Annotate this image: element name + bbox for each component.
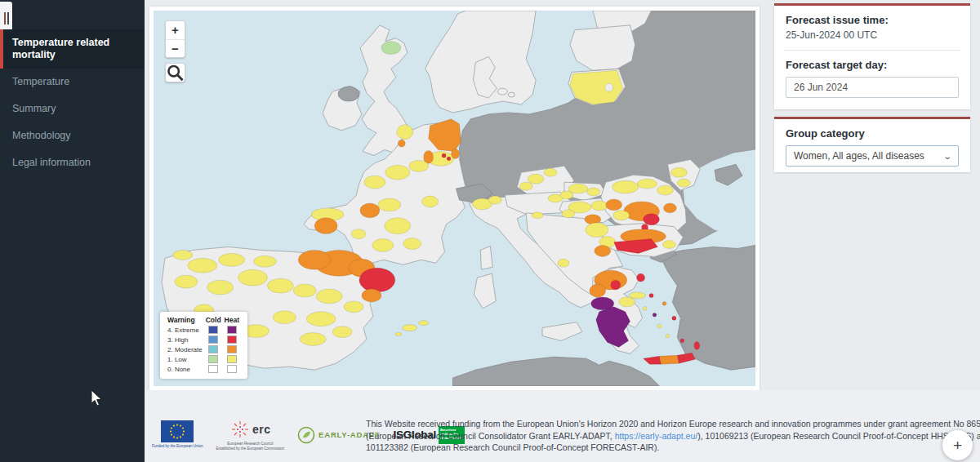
- early-adapt-link[interactable]: https://early-adapt.eu/: [615, 431, 698, 441]
- forecast-time-card: Forecast issue time: 25-Jun-2024 00 UTC …: [774, 3, 970, 109]
- group-category-label: Group category: [786, 127, 959, 140]
- group-category-select[interactable]: Women, All ages, All diseases ⌄: [786, 145, 959, 167]
- legend-header-heat: Heat: [223, 315, 241, 325]
- legend-swatch-cold-moderate: [208, 345, 218, 353]
- active-indicator-bar: [0, 29, 3, 69]
- legend-swatch-cold-low: [208, 355, 218, 363]
- legend-label: 2. Moderate: [166, 344, 204, 354]
- forecast-target-day-label: Forecast target day:: [786, 59, 959, 71]
- zoom-extent-button[interactable]: [165, 63, 185, 82]
- erc-caption: European Research Council Established by…: [216, 442, 285, 451]
- legend-swatch-cold-extreme: [208, 326, 218, 334]
- erc-logo: erc European Research Council Establishe…: [216, 419, 285, 451]
- eu-flag-logo: Funded by the European Union: [152, 420, 203, 449]
- zoom-out-button[interactable]: −: [166, 39, 185, 57]
- legend-swatch-cold-none: [208, 365, 218, 373]
- legend-swatch-heat-high: [227, 335, 237, 344]
- sidebar-item-legal-information[interactable]: Legal information: [0, 149, 145, 176]
- zoom-in-button[interactable]: +: [166, 21, 185, 39]
- sidebar: Temperature related mortality Temperatur…: [0, 0, 145, 462]
- target-day-input[interactable]: 26 Jun 2024: [786, 77, 959, 98]
- legend-header-warning: Warning: [166, 315, 204, 325]
- eu-flag-caption: Funded by the European Union: [152, 444, 203, 449]
- eu-flag-icon: [161, 420, 194, 442]
- legend-swatch-heat-none: [227, 365, 237, 373]
- legend-label: 1. Low: [166, 354, 204, 364]
- erc-wordmark: erc: [252, 423, 271, 436]
- sidebar-item-label: Temperature related mortality: [12, 37, 109, 60]
- sidebar-item-label: Summary: [12, 103, 56, 114]
- legend-header-cold: Cold: [204, 315, 223, 325]
- sidebar-item-methodology[interactable]: Methodology: [0, 122, 145, 149]
- legend-swatch-heat-low: [227, 355, 237, 363]
- sidebar-item-label: Temperature: [12, 76, 69, 87]
- sidebar-item-label: Legal information: [12, 157, 91, 168]
- map-warning-legend: Warning Cold Heat 4. Extreme 3. High 2. …: [160, 312, 247, 379]
- sidebar-item-temperature[interactable]: Temperature: [0, 69, 145, 96]
- legend-label: 0. None: [166, 364, 204, 374]
- europe-choropleth-map[interactable]: + − Warning Cold Heat 4. Extreme: [154, 11, 755, 386]
- map-card: + − Warning Cold Heat 4. Extreme: [149, 7, 760, 390]
- legend-swatch-heat-moderate: [227, 345, 237, 353]
- legend-swatch-cold-high: [208, 335, 218, 344]
- group-category-card: Group category Women, All ages, All dise…: [774, 117, 970, 172]
- divider: [784, 50, 960, 51]
- sidebar-nav: Temperature related mortality Temperatur…: [0, 0, 145, 176]
- footer: Funded by the European Union erc: [145, 390, 980, 462]
- funding-statement: This Website received funding from the E…: [366, 418, 980, 454]
- forecast-issue-time-value: 25-Jun-2024 00 UTC: [786, 29, 959, 41]
- sidebar-item-temperature-related-mortality[interactable]: Temperature related mortality: [0, 29, 145, 69]
- sidebar-item-summary[interactable]: Summary: [0, 96, 145, 122]
- magnifier-icon: [166, 64, 185, 82]
- legend-swatch-heat-extreme: [227, 326, 237, 334]
- group-category-value: Women, All ages, All diseases: [794, 150, 924, 162]
- sidebar-item-label: Methodology: [12, 130, 71, 141]
- early-adapt-icon: [297, 426, 315, 444]
- forecast-issue-time-label: Forecast issue time:: [786, 14, 959, 26]
- legend-label: 3. High: [166, 335, 204, 344]
- map-zoom-controls: + −: [165, 20, 185, 58]
- erc-sunburst-icon: [229, 419, 251, 440]
- chevron-down-icon: ⌄: [942, 152, 952, 161]
- expand-fab-button[interactable]: +: [942, 430, 973, 460]
- legend-label: 4. Extreme: [166, 325, 204, 335]
